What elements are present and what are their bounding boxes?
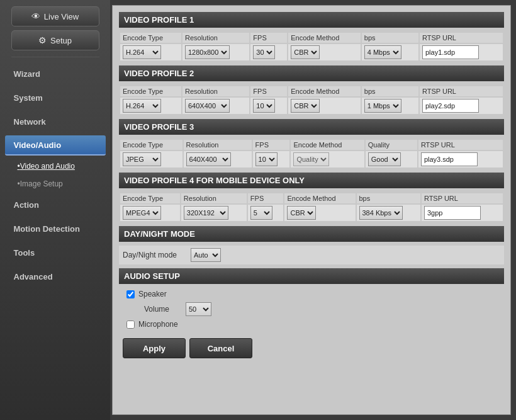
day-night-header: DAY/NIGHT MODE [119, 226, 504, 242]
profile1-row: H.264JPEGMPEG4 1280x800640X400320X192 30… [120, 44, 503, 60]
profile1-encode-type[interactable]: H.264JPEGMPEG4 [123, 45, 161, 59]
profile3-header: VIDEO PROFILE 3 [119, 119, 504, 135]
profile2-rtsp-url[interactable] [422, 99, 479, 113]
volume-label: Volume [144, 305, 182, 314]
setup-label: Setup [50, 36, 72, 45]
sidebar-sub-item-image-setup[interactable]: • Image Setup [5, 177, 106, 191]
col2-encode-type: Encode Type [120, 86, 181, 96]
col3-encode-type: Encode Type [120, 140, 182, 150]
sidebar: Live View Setup Wizard System Network Vi… [0, 0, 110, 420]
profile4-table: Encode Type Resolution FPS Encode Method… [119, 192, 504, 222]
profile2-fps[interactable]: 1030155 [253, 99, 275, 113]
apply-button[interactable]: Apply [123, 338, 186, 358]
col-bps: bps [362, 33, 418, 43]
volume-row: Volume 50 25 75 100 [119, 300, 504, 318]
sidebar-item-advanced[interactable]: Advanced [5, 266, 106, 287]
profile4-encode-type[interactable]: MPEG4H.264JPEG [123, 206, 161, 220]
microphone-label: Microphone [138, 320, 178, 329]
profile2-resolution[interactable]: 640X4001280x800320X192 [185, 99, 230, 113]
col3-resolution: Resolution [184, 140, 252, 150]
profile4-row: MPEG4H.264JPEG 320X192640X4001280x800 51… [120, 205, 503, 221]
profile1-header: VIDEO PROFILE 1 [119, 12, 504, 28]
col2-fps: FPS [250, 86, 287, 96]
profile1-encode-method[interactable]: CBRVBR [291, 45, 320, 59]
speaker-row: Speaker [119, 288, 504, 300]
live-view-button[interactable]: Live View [11, 6, 99, 26]
divider [11, 57, 99, 57]
sidebar-item-action[interactable]: Action [5, 195, 106, 215]
col2-encode-method: Encode Method [288, 86, 361, 96]
profile3-encode-method[interactable]: Quality [293, 152, 329, 166]
col-fps: FPS [250, 33, 287, 43]
profile3-resolution[interactable]: 640X4001280x800320X192 [186, 152, 231, 166]
col-encode-method: Encode Method [288, 33, 361, 43]
profile3-encode-type[interactable]: JPEGH.264MPEG4 [123, 152, 161, 166]
profile4-rtsp-url[interactable] [424, 206, 481, 220]
profile2-header: VIDEO PROFILE 2 [119, 65, 504, 81]
cancel-button[interactable]: Cancel [189, 338, 252, 358]
col-encode-type: Encode Type [120, 33, 181, 43]
speaker-checkbox[interactable] [126, 290, 135, 298]
speaker-label: Speaker [138, 290, 167, 298]
main-content: VIDEO PROFILE 1 Encode Type Resolution F… [112, 5, 511, 415]
audio-header: AUDIO SETUP [119, 268, 504, 284]
profile1-bps[interactable]: 4 Mbps2 Mbps1 Mbps [364, 45, 401, 59]
profile4-resolution[interactable]: 320X192640X4001280x800 [184, 206, 228, 220]
sidebar-item-motion-detection[interactable]: Motion Detection [5, 219, 106, 239]
profile1-fps[interactable]: 3015105 [253, 45, 275, 59]
profile4-fps[interactable]: 5101530 [250, 206, 272, 220]
col2-resolution: Resolution [182, 86, 249, 96]
profile4-encode-method[interactable]: CBRVBR [287, 206, 316, 220]
volume-select[interactable]: 50 25 75 100 [186, 302, 211, 316]
sidebar-item-system[interactable]: System [5, 88, 106, 108]
live-view-label: Live View [44, 12, 79, 21]
sidebar-item-wizard[interactable]: Wizard [5, 64, 106, 84]
col-resolution: Resolution [182, 33, 249, 43]
sidebar-sub-item-video-and-audio[interactable]: • Video and Audio [5, 159, 106, 173]
profile3-quality[interactable]: GoodBetterBest [368, 152, 401, 166]
profile2-table: Encode Type Resolution FPS Encode Method… [119, 85, 504, 115]
profile2-encode-method[interactable]: CBRVBR [291, 99, 320, 113]
profile1-resolution[interactable]: 1280x800640X400320X192 [185, 45, 230, 59]
col2-rtsp-url: RTSP URL [420, 86, 503, 96]
col4-bps: bps [357, 193, 420, 203]
profile4-bps[interactable]: 384 Kbps512 Kbps1 Mbps [359, 206, 403, 220]
sidebar-item-tools[interactable]: Tools [5, 242, 106, 263]
day-night-row: Day/Night mode Auto Day Night [119, 246, 504, 264]
col4-rtsp-url: RTSP URL [422, 193, 503, 203]
col4-resolution: Resolution [181, 193, 247, 203]
col3-fps: FPS [253, 140, 290, 150]
profile3-rtsp-url[interactable] [421, 152, 478, 166]
day-night-select[interactable]: Auto Day Night [191, 248, 221, 262]
setup-button[interactable]: Setup [11, 30, 99, 50]
profile4-header: VIDEO PROFILE 4 FOR MOBILE DEVICE ONLY [119, 173, 504, 188]
sidebar-item-video-audio[interactable]: Video/Audio [5, 135, 106, 156]
col3-rtsp-url: RTSP URL [418, 140, 503, 150]
eye-icon [31, 11, 40, 21]
col3-encode-method: Encode Method [291, 140, 364, 150]
day-night-label: Day/Night mode [123, 251, 186, 259]
col3-quality: Quality [366, 140, 417, 150]
profile3-table: Encode Type Resolution FPS Encode Method… [119, 139, 504, 169]
gear-icon [38, 35, 47, 45]
profile1-rtsp-url[interactable] [422, 45, 479, 59]
col-rtsp-url: RTSP URL [420, 33, 503, 43]
profile3-row: JPEGH.264MPEG4 640X4001280x800320X192 10… [120, 151, 503, 167]
col4-fps: FPS [248, 193, 284, 203]
col4-encode-method: Encode Method [284, 193, 355, 203]
profile1-table: Encode Type Resolution FPS Encode Method… [119, 31, 504, 62]
col4-encode-type: Encode Type [120, 193, 180, 203]
col2-bps: bps [362, 86, 418, 96]
microphone-row: Microphone [119, 318, 504, 331]
sidebar-item-network[interactable]: Network [5, 111, 106, 132]
profile3-fps[interactable]: 1030155 [255, 152, 278, 166]
button-row: Apply Cancel [119, 333, 504, 363]
microphone-checkbox[interactable] [126, 321, 135, 329]
profile2-encode-type[interactable]: H.264JPEGMPEG4 [123, 99, 161, 113]
profile2-bps[interactable]: 1 Mbps4 Mbps2 Mbps [364, 99, 401, 113]
profile2-row: H.264JPEGMPEG4 640X4001280x800320X192 10… [120, 98, 503, 114]
